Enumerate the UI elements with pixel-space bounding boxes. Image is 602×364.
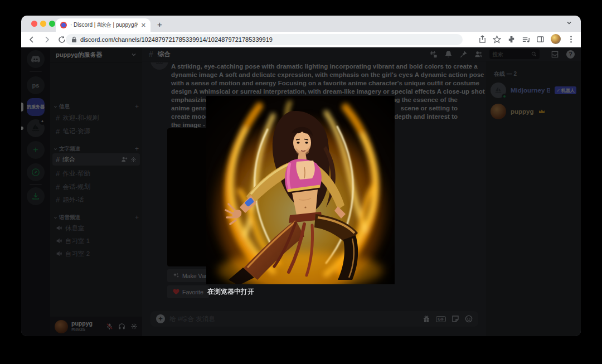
open-in-browser-link[interactable]: 在浏览器中打开 [207,287,254,297]
share-icon[interactable] [478,35,487,43]
tab-search-chevron-icon[interactable] [566,20,572,26]
side-panel-icon[interactable] [536,35,545,43]
browser-menu-icon[interactable] [567,35,575,43]
close-window-button[interactable] [31,21,37,27]
minimize-window-button[interactable] [40,21,46,27]
desktop-background: · Discord | #综合 | puppyg的服 ✕ + discord.c… [0,0,602,364]
extensions-icon[interactable] [507,35,516,43]
tab-close-icon[interactable]: ✕ [141,22,146,28]
reload-button[interactable] [57,35,66,44]
address-bar[interactable]: discord.com/channels/1024879721785339914… [66,34,463,45]
media-controls-icon[interactable] [522,35,530,43]
browser-profile-avatar[interactable] [551,34,561,44]
forward-button[interactable] [42,35,51,44]
zoom-window-button[interactable] [49,21,55,27]
bookmark-star-icon[interactable] [493,35,501,43]
discord-app: ps 的服务器 ✦ + puppyg的 [21,47,581,336]
browser-tabbar: · Discord | #综合 | puppyg的服 ✕ + [21,16,581,32]
lock-icon [71,36,77,43]
browser-tab-active[interactable]: · Discord | #综合 | puppyg的服 ✕ [56,18,151,32]
lightbox-image-fire-dancer[interactable] [206,96,395,284]
browser-toolbar: discord.com/channels/1024879721785339914… [21,32,581,47]
url-text: discord.com/channels/1024879721785339914… [80,36,273,43]
back-button[interactable] [27,35,36,44]
browser-window: · Discord | #综合 | puppyg的服 ✕ + discord.c… [21,16,581,336]
discord-favicon-icon [60,22,67,28]
tab-title: · Discord | #综合 | puppyg的服 [70,21,138,29]
new-tab-button[interactable]: + [157,20,162,29]
